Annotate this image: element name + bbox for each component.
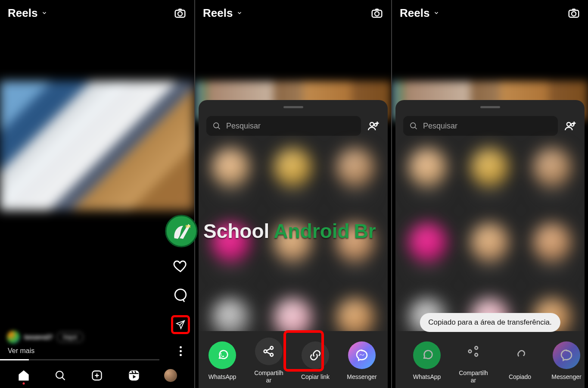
drag-handle[interactable] — [283, 106, 303, 108]
contact-item[interactable] — [465, 223, 514, 270]
share-label: Messenger — [347, 373, 376, 381]
drag-handle[interactable] — [480, 106, 500, 108]
contact-item[interactable] — [331, 223, 380, 270]
contact-item[interactable] — [403, 148, 452, 195]
toast-text: Copiado para a área de transferência. — [428, 318, 551, 326]
follow-button[interactable]: Seguir — [57, 332, 83, 342]
reels-title-dropdown[interactable]: Reels — [203, 6, 243, 20]
author-avatar[interactable] — [7, 331, 20, 344]
svg-point-11 — [375, 12, 379, 16]
svg-point-33 — [571, 123, 574, 126]
svg-point-32 — [567, 122, 571, 126]
search-placeholder: Pesquisar — [226, 122, 261, 131]
svg-point-30 — [411, 123, 416, 128]
share-whatsapp[interactable]: WhatsApp — [204, 341, 241, 381]
author-row[interactable]: tonzero27 Seguir — [0, 327, 159, 347]
top-bar: Reels — [0, 0, 194, 26]
search-row: Pesquisar — [403, 116, 577, 136]
contact-item[interactable] — [206, 148, 255, 195]
contact-item[interactable] — [528, 223, 577, 270]
contact-item[interactable] — [268, 148, 317, 195]
share-messenger[interactable]: Messenger — [548, 341, 585, 381]
svg-line-23 — [267, 352, 271, 354]
messenger-icon — [553, 341, 580, 369]
share-button[interactable] — [171, 315, 190, 334]
share-label: WhatsApp — [413, 373, 441, 381]
share-sheet: Pesquisar — [395, 100, 585, 388]
svg-line-22 — [267, 349, 271, 351]
contact-item[interactable] — [403, 223, 452, 270]
share-generic[interactable]: Compartilh ar — [455, 338, 492, 384]
share-copy-link[interactable]: Copiar link — [297, 341, 334, 381]
whatsapp-icon — [208, 341, 236, 369]
reels-title-dropdown[interactable]: Reels — [8, 6, 48, 20]
search-input[interactable]: Pesquisar — [206, 116, 361, 136]
top-bar: Reels — [392, 0, 588, 26]
svg-point-19 — [264, 350, 267, 353]
caption-block — [0, 242, 159, 302]
svg-line-4 — [62, 377, 65, 380]
search-input[interactable]: Pesquisar — [403, 116, 558, 136]
whatsapp-icon — [413, 341, 441, 369]
nav-home[interactable] — [17, 369, 30, 382]
right-action-rail — [171, 257, 190, 358]
share-generic[interactable]: Compartilh ar — [250, 338, 287, 384]
share-messenger[interactable]: Messenger — [343, 341, 380, 381]
chevron-down-icon — [433, 9, 440, 16]
share-copied[interactable]: Copiado — [501, 341, 538, 381]
reel-video-preview[interactable] — [0, 81, 194, 210]
like-button[interactable] — [171, 257, 190, 275]
contact-item[interactable] — [528, 148, 577, 195]
contact-item[interactable] — [268, 223, 317, 270]
page-title: Reels — [8, 6, 37, 20]
contact-item[interactable] — [206, 223, 255, 270]
contact-item[interactable] — [465, 148, 514, 195]
page-title: Reels — [203, 6, 233, 20]
search-placeholder: Pesquisar — [423, 122, 457, 131]
share-label: Compartilh ar — [459, 369, 488, 384]
share-whatsapp[interactable]: WhatsApp — [408, 341, 445, 381]
chevron-down-icon — [236, 9, 243, 16]
nav-search[interactable] — [54, 369, 67, 382]
contacts-grid — [206, 148, 380, 345]
caption-block-2 — [0, 305, 155, 327]
comment-button[interactable] — [171, 286, 190, 305]
svg-point-36 — [469, 350, 472, 353]
nav-reels[interactable] — [128, 369, 140, 382]
search-icon — [409, 122, 418, 130]
add-people-button[interactable] — [367, 119, 380, 132]
share-options-row: WhatsApp Compartilh ar Copiar link — [199, 331, 388, 388]
svg-point-2 — [175, 289, 186, 300]
svg-point-1 — [178, 12, 182, 16]
nav-profile[interactable] — [164, 369, 177, 382]
search-icon — [212, 122, 221, 130]
screen-reels-feed: Reels tonzero27 Seguir Ver mais — [0, 0, 195, 388]
svg-point-29 — [572, 12, 576, 16]
svg-point-14 — [370, 122, 374, 126]
svg-line-31 — [415, 127, 417, 129]
share-sheet: Pesquisar — [199, 100, 388, 388]
reels-title-dropdown[interactable]: Reels — [400, 6, 440, 20]
share-label: Compartilh ar — [254, 369, 283, 384]
svg-point-38 — [475, 354, 478, 357]
see-more[interactable]: Ver mais — [0, 347, 159, 359]
more-options-button[interactable] — [175, 344, 186, 358]
contact-item[interactable] — [331, 148, 380, 195]
messenger-icon — [348, 341, 376, 369]
camera-icon[interactable] — [370, 6, 383, 19]
screen-share-sheet-copied: Reels Pesquisar — [392, 0, 588, 388]
add-people-button[interactable] — [564, 119, 577, 132]
share-label: Copiado — [509, 373, 531, 381]
bottom-navigation — [0, 363, 194, 388]
share-label: WhatsApp — [208, 373, 236, 381]
svg-point-20 — [270, 347, 273, 350]
camera-icon[interactable] — [174, 6, 187, 19]
svg-rect-8 — [129, 371, 138, 380]
share-icon — [255, 338, 283, 365]
camera-icon[interactable] — [567, 6, 580, 19]
share-options-row: WhatsApp Compartilh ar Copiado — [395, 331, 585, 388]
svg-point-37 — [475, 347, 478, 350]
nav-create[interactable] — [90, 369, 103, 382]
svg-point-12 — [214, 123, 219, 128]
video-progress[interactable] — [0, 359, 159, 360]
